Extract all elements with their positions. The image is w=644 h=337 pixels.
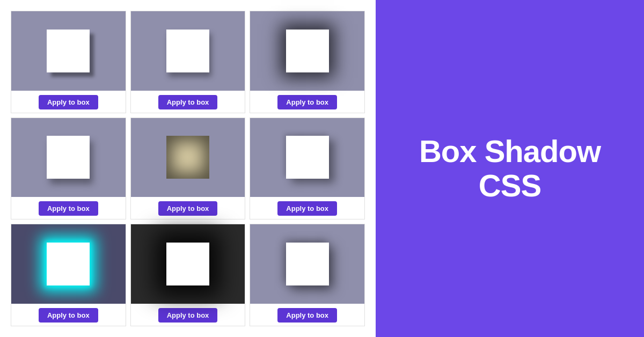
shadow-box-4 bbox=[47, 136, 90, 179]
btn-row-2: Apply to box bbox=[158, 91, 218, 113]
shadow-grid: Apply to box Apply to box Apply to box bbox=[11, 11, 365, 326]
cell-8: Apply to box bbox=[130, 224, 246, 326]
cell-6: Apply to box bbox=[250, 118, 365, 220]
cell-2: Apply to box bbox=[130, 11, 246, 113]
apply-button-6[interactable]: Apply to box bbox=[277, 201, 337, 216]
right-panel: Box Shadow CSS bbox=[376, 0, 644, 337]
apply-button-7[interactable]: Apply to box bbox=[39, 308, 98, 323]
preview-area-4 bbox=[11, 118, 126, 197]
apply-button-3[interactable]: Apply to box bbox=[277, 95, 337, 109]
preview-area-8 bbox=[131, 224, 245, 304]
cell-3: Apply to box bbox=[250, 11, 365, 113]
apply-button-9[interactable]: Apply to box bbox=[277, 308, 337, 323]
btn-row-1: Apply to box bbox=[39, 91, 98, 113]
cell-7: Apply to box bbox=[11, 224, 126, 326]
cell-1: Apply to box bbox=[11, 11, 126, 113]
btn-row-5: Apply to box bbox=[158, 197, 218, 219]
preview-area-6 bbox=[250, 118, 364, 197]
btn-row-9: Apply to box bbox=[277, 304, 337, 326]
btn-row-7: Apply to box bbox=[39, 304, 98, 326]
shadow-demo-panel: Apply to box Apply to box Apply to box bbox=[0, 0, 376, 337]
apply-button-2[interactable]: Apply to box bbox=[158, 95, 218, 109]
btn-row-6: Apply to box bbox=[277, 197, 337, 219]
preview-area-2 bbox=[131, 11, 245, 91]
btn-row-4: Apply to box bbox=[39, 197, 98, 219]
shadow-box-7 bbox=[47, 243, 90, 285]
preview-area-1 bbox=[11, 11, 126, 91]
apply-button-5[interactable]: Apply to box bbox=[158, 201, 218, 216]
shadow-box-2 bbox=[166, 30, 209, 72]
shadow-box-5 bbox=[166, 136, 209, 179]
preview-area-9 bbox=[250, 224, 364, 304]
cell-9: Apply to box bbox=[250, 224, 365, 326]
cell-4: Apply to box bbox=[11, 118, 126, 220]
cell-5: Apply to box bbox=[130, 118, 246, 220]
btn-row-8: Apply to box bbox=[158, 304, 218, 326]
shadow-box-9 bbox=[286, 243, 329, 285]
shadow-box-3 bbox=[286, 30, 329, 72]
shadow-box-1 bbox=[47, 30, 90, 72]
page-title: Box Shadow CSS bbox=[397, 134, 623, 203]
shadow-box-6 bbox=[286, 136, 329, 179]
apply-button-8[interactable]: Apply to box bbox=[158, 308, 218, 323]
apply-button-4[interactable]: Apply to box bbox=[39, 201, 98, 216]
preview-area-5 bbox=[131, 118, 245, 197]
shadow-box-8 bbox=[166, 243, 209, 285]
apply-button-1[interactable]: Apply to box bbox=[39, 95, 98, 109]
btn-row-3: Apply to box bbox=[277, 91, 337, 113]
preview-area-7 bbox=[11, 224, 126, 304]
preview-area-3 bbox=[250, 11, 364, 91]
